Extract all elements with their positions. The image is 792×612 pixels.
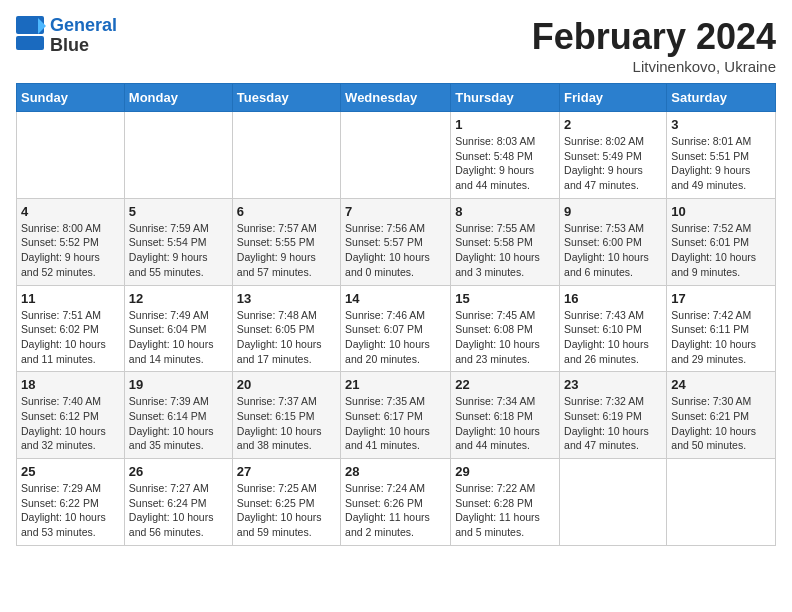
- calendar-cell: 26Sunrise: 7:27 AM Sunset: 6:24 PM Dayli…: [124, 459, 232, 546]
- day-of-week-header: Wednesday: [341, 84, 451, 112]
- day-number: 28: [345, 464, 446, 479]
- calendar-header-row: SundayMondayTuesdayWednesdayThursdayFrid…: [17, 84, 776, 112]
- day-number: 27: [237, 464, 336, 479]
- day-number: 20: [237, 377, 336, 392]
- day-number: 22: [455, 377, 555, 392]
- calendar-cell: 2Sunrise: 8:02 AM Sunset: 5:49 PM Daylig…: [560, 112, 667, 199]
- day-info: Sunrise: 7:22 AM Sunset: 6:28 PM Dayligh…: [455, 481, 555, 540]
- calendar-week-row: 25Sunrise: 7:29 AM Sunset: 6:22 PM Dayli…: [17, 459, 776, 546]
- day-number: 7: [345, 204, 446, 219]
- day-number: 26: [129, 464, 228, 479]
- day-number: 1: [455, 117, 555, 132]
- day-number: 17: [671, 291, 771, 306]
- day-info: Sunrise: 7:32 AM Sunset: 6:19 PM Dayligh…: [564, 394, 662, 453]
- day-info: Sunrise: 7:34 AM Sunset: 6:18 PM Dayligh…: [455, 394, 555, 453]
- day-info: Sunrise: 7:35 AM Sunset: 6:17 PM Dayligh…: [345, 394, 446, 453]
- day-number: 16: [564, 291, 662, 306]
- day-number: 4: [21, 204, 120, 219]
- day-info: Sunrise: 7:59 AM Sunset: 5:54 PM Dayligh…: [129, 221, 228, 280]
- calendar-cell: 21Sunrise: 7:35 AM Sunset: 6:17 PM Dayli…: [341, 372, 451, 459]
- calendar-cell: 6Sunrise: 7:57 AM Sunset: 5:55 PM Daylig…: [232, 198, 340, 285]
- day-number: 11: [21, 291, 120, 306]
- day-of-week-header: Friday: [560, 84, 667, 112]
- svg-rect-1: [16, 36, 44, 50]
- calendar-cell: 12Sunrise: 7:49 AM Sunset: 6:04 PM Dayli…: [124, 285, 232, 372]
- day-number: 19: [129, 377, 228, 392]
- day-number: 9: [564, 204, 662, 219]
- calendar-cell: 20Sunrise: 7:37 AM Sunset: 6:15 PM Dayli…: [232, 372, 340, 459]
- day-info: Sunrise: 7:48 AM Sunset: 6:05 PM Dayligh…: [237, 308, 336, 367]
- day-info: Sunrise: 7:42 AM Sunset: 6:11 PM Dayligh…: [671, 308, 771, 367]
- day-info: Sunrise: 8:01 AM Sunset: 5:51 PM Dayligh…: [671, 134, 771, 193]
- calendar-week-row: 4Sunrise: 8:00 AM Sunset: 5:52 PM Daylig…: [17, 198, 776, 285]
- day-number: 24: [671, 377, 771, 392]
- logo: General Blue: [16, 16, 117, 56]
- day-info: Sunrise: 7:25 AM Sunset: 6:25 PM Dayligh…: [237, 481, 336, 540]
- day-info: Sunrise: 8:02 AM Sunset: 5:49 PM Dayligh…: [564, 134, 662, 193]
- title-block: February 2024 Litvinenkovo, Ukraine: [532, 16, 776, 75]
- calendar-cell: [124, 112, 232, 199]
- calendar-cell: 17Sunrise: 7:42 AM Sunset: 6:11 PM Dayli…: [667, 285, 776, 372]
- day-info: Sunrise: 8:00 AM Sunset: 5:52 PM Dayligh…: [21, 221, 120, 280]
- logo-icon: [16, 16, 46, 52]
- calendar-cell: [17, 112, 125, 199]
- day-info: Sunrise: 7:27 AM Sunset: 6:24 PM Dayligh…: [129, 481, 228, 540]
- day-number: 10: [671, 204, 771, 219]
- day-info: Sunrise: 7:56 AM Sunset: 5:57 PM Dayligh…: [345, 221, 446, 280]
- calendar-week-row: 18Sunrise: 7:40 AM Sunset: 6:12 PM Dayli…: [17, 372, 776, 459]
- calendar-cell: 5Sunrise: 7:59 AM Sunset: 5:54 PM Daylig…: [124, 198, 232, 285]
- calendar-cell: 18Sunrise: 7:40 AM Sunset: 6:12 PM Dayli…: [17, 372, 125, 459]
- calendar-week-row: 1Sunrise: 8:03 AM Sunset: 5:48 PM Daylig…: [17, 112, 776, 199]
- logo-line1: General: [50, 15, 117, 35]
- day-number: 12: [129, 291, 228, 306]
- calendar-cell: 3Sunrise: 8:01 AM Sunset: 5:51 PM Daylig…: [667, 112, 776, 199]
- day-number: 8: [455, 204, 555, 219]
- day-of-week-header: Sunday: [17, 84, 125, 112]
- calendar-cell: 28Sunrise: 7:24 AM Sunset: 6:26 PM Dayli…: [341, 459, 451, 546]
- page-header: General Blue February 2024 Litvinenkovo,…: [16, 16, 776, 75]
- calendar-cell: 13Sunrise: 7:48 AM Sunset: 6:05 PM Dayli…: [232, 285, 340, 372]
- day-info: Sunrise: 8:03 AM Sunset: 5:48 PM Dayligh…: [455, 134, 555, 193]
- calendar-cell: 10Sunrise: 7:52 AM Sunset: 6:01 PM Dayli…: [667, 198, 776, 285]
- day-info: Sunrise: 7:52 AM Sunset: 6:01 PM Dayligh…: [671, 221, 771, 280]
- day-number: 14: [345, 291, 446, 306]
- calendar-cell: [560, 459, 667, 546]
- day-info: Sunrise: 7:37 AM Sunset: 6:15 PM Dayligh…: [237, 394, 336, 453]
- calendar-cell: 27Sunrise: 7:25 AM Sunset: 6:25 PM Dayli…: [232, 459, 340, 546]
- day-info: Sunrise: 7:39 AM Sunset: 6:14 PM Dayligh…: [129, 394, 228, 453]
- calendar-week-row: 11Sunrise: 7:51 AM Sunset: 6:02 PM Dayli…: [17, 285, 776, 372]
- calendar-cell: 19Sunrise: 7:39 AM Sunset: 6:14 PM Dayli…: [124, 372, 232, 459]
- calendar-cell: [341, 112, 451, 199]
- day-info: Sunrise: 7:40 AM Sunset: 6:12 PM Dayligh…: [21, 394, 120, 453]
- day-number: 2: [564, 117, 662, 132]
- calendar-cell: 7Sunrise: 7:56 AM Sunset: 5:57 PM Daylig…: [341, 198, 451, 285]
- day-info: Sunrise: 7:24 AM Sunset: 6:26 PM Dayligh…: [345, 481, 446, 540]
- day-number: 15: [455, 291, 555, 306]
- calendar-cell: 24Sunrise: 7:30 AM Sunset: 6:21 PM Dayli…: [667, 372, 776, 459]
- day-number: 25: [21, 464, 120, 479]
- calendar-cell: 4Sunrise: 8:00 AM Sunset: 5:52 PM Daylig…: [17, 198, 125, 285]
- calendar-cell: 16Sunrise: 7:43 AM Sunset: 6:10 PM Dayli…: [560, 285, 667, 372]
- calendar-cell: 1Sunrise: 8:03 AM Sunset: 5:48 PM Daylig…: [451, 112, 560, 199]
- logo-line2: Blue: [50, 35, 89, 55]
- day-of-week-header: Tuesday: [232, 84, 340, 112]
- day-info: Sunrise: 7:43 AM Sunset: 6:10 PM Dayligh…: [564, 308, 662, 367]
- day-number: 6: [237, 204, 336, 219]
- calendar-cell: 23Sunrise: 7:32 AM Sunset: 6:19 PM Dayli…: [560, 372, 667, 459]
- day-of-week-header: Monday: [124, 84, 232, 112]
- calendar-cell: 25Sunrise: 7:29 AM Sunset: 6:22 PM Dayli…: [17, 459, 125, 546]
- month-title: February 2024: [532, 16, 776, 58]
- day-info: Sunrise: 7:55 AM Sunset: 5:58 PM Dayligh…: [455, 221, 555, 280]
- calendar-table: SundayMondayTuesdayWednesdayThursdayFrid…: [16, 83, 776, 546]
- day-number: 13: [237, 291, 336, 306]
- day-info: Sunrise: 7:45 AM Sunset: 6:08 PM Dayligh…: [455, 308, 555, 367]
- day-info: Sunrise: 7:53 AM Sunset: 6:00 PM Dayligh…: [564, 221, 662, 280]
- calendar-cell: 9Sunrise: 7:53 AM Sunset: 6:00 PM Daylig…: [560, 198, 667, 285]
- day-number: 18: [21, 377, 120, 392]
- day-info: Sunrise: 7:29 AM Sunset: 6:22 PM Dayligh…: [21, 481, 120, 540]
- day-number: 3: [671, 117, 771, 132]
- day-of-week-header: Thursday: [451, 84, 560, 112]
- calendar-cell: 15Sunrise: 7:45 AM Sunset: 6:08 PM Dayli…: [451, 285, 560, 372]
- day-info: Sunrise: 7:51 AM Sunset: 6:02 PM Dayligh…: [21, 308, 120, 367]
- calendar-cell: 14Sunrise: 7:46 AM Sunset: 6:07 PM Dayli…: [341, 285, 451, 372]
